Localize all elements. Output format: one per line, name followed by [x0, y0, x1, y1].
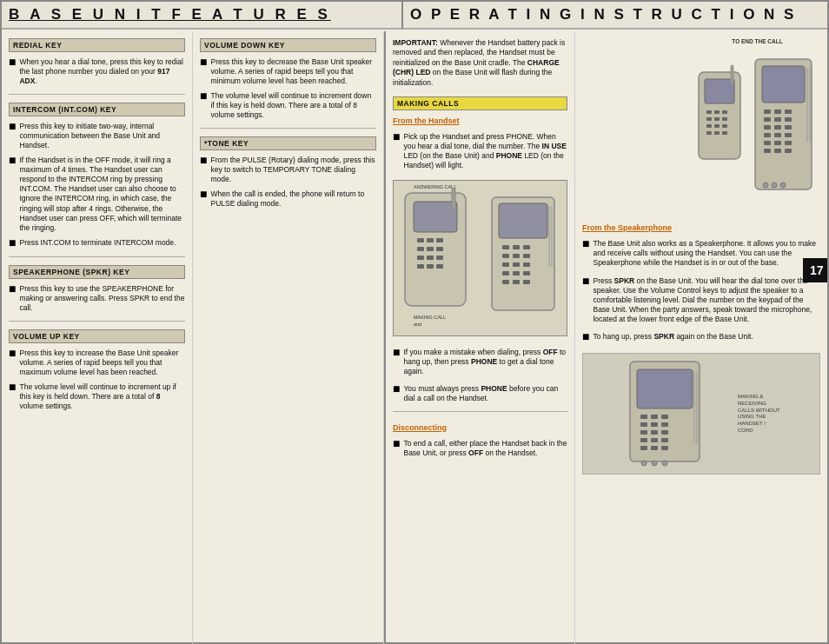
- svg-rect-47: [714, 124, 720, 128]
- svg-rect-33: [513, 280, 520, 284]
- spkr-bullet: ■ Press SPKR on the Base Unit. You will …: [582, 276, 820, 324]
- svg-rect-26: [502, 262, 509, 267]
- intercom-bullet-1: ■ Press this key to initiate two-way, in…: [9, 122, 185, 150]
- svg-rect-40: [706, 110, 712, 114]
- bullet-icon: ■: [582, 237, 589, 249]
- svg-rect-42: [722, 110, 727, 114]
- bullet-icon: ■: [393, 130, 400, 143]
- svg-rect-5: [417, 247, 424, 251]
- bullet-icon: ■: [393, 346, 400, 358]
- bullet-icon: ■: [200, 56, 207, 68]
- vol-up-bullet-1: ■ Press this key to increase the Base Un…: [9, 349, 185, 377]
- disconnecting-title: Disconnecting: [393, 423, 567, 432]
- bullet-icon: ■: [393, 382, 400, 395]
- spkr-text-1: Press this key to use the SPEAKERPHONE f…: [19, 284, 185, 313]
- making-calls-title: MAKING CALLS: [393, 96, 567, 110]
- svg-rect-11: [417, 264, 424, 269]
- intercom-key-title: INTERCOM (INT.COM) KEY: [9, 103, 185, 116]
- svg-rect-1: [414, 202, 457, 232]
- bullet-icon: ■: [200, 90, 207, 102]
- svg-rect-92: [640, 446, 647, 450]
- svg-rect-65: [774, 133, 781, 137]
- svg-rect-23: [502, 254, 509, 258]
- svg-rect-57: [785, 110, 792, 114]
- svg-rect-70: [764, 149, 771, 153]
- svg-text:MAKING CALL: MAKING CALL: [414, 315, 446, 320]
- svg-rect-60: [785, 117, 792, 122]
- from-speakerphone-section: From the Speakerphone ■ The Base Unit al…: [582, 220, 820, 268]
- svg-rect-7: [436, 247, 443, 251]
- from-spkr-text-1: The Base Unit also works as a Speakerpho…: [593, 239, 820, 268]
- svg-text:ANSWERING CALL: ANSWERING CALL: [414, 184, 456, 189]
- bullet-icon: ■: [9, 282, 16, 295]
- svg-rect-22: [523, 245, 530, 249]
- svg-rect-46: [706, 124, 712, 128]
- tone-key-section: *TONE KEY ■ From the PULSE (Rotary) dial…: [200, 136, 376, 209]
- bullet-icon: ■: [9, 236, 16, 249]
- svg-rect-55: [764, 110, 771, 114]
- bullet-icon: ■: [9, 56, 16, 68]
- tone-text-2: When the call is ended, the phone will r…: [210, 189, 376, 209]
- svg-rect-50: [714, 131, 720, 135]
- svg-rect-10: [436, 256, 443, 260]
- header-right: O P E R A T I N G I N S T R U C T I O N …: [410, 6, 796, 23]
- svg-rect-62: [774, 125, 781, 129]
- svg-rect-21: [513, 245, 520, 249]
- svg-rect-20: [502, 245, 509, 249]
- svg-rect-84: [651, 422, 658, 427]
- intercom-text-1: Press this key to initiate two-way, inte…: [19, 122, 185, 150]
- spkr-text: Press SPKR on the Base Unit. You will he…: [593, 276, 820, 324]
- speakerphone-key-section: SPEAKERPHONE (SPKR) KEY ■ Press this key…: [9, 265, 185, 313]
- svg-rect-83: [640, 422, 647, 427]
- svg-rect-71: [774, 149, 781, 153]
- svg-rect-39: [705, 79, 734, 103]
- svg-point-76: [772, 183, 777, 188]
- tone-text-1: From the PULSE (Rotary) dialing mode, pr…: [210, 156, 376, 184]
- page-number: 17: [803, 258, 827, 282]
- middle-column: VOLUME DOWN KEY ■ Press this key to decr…: [193, 31, 384, 644]
- intercom-key-section: INTERCOM (INT.COM) KEY ■ Press this key …: [9, 103, 185, 249]
- operating-right-column: TO END THE CALL: [575, 31, 827, 644]
- svg-rect-85: [661, 422, 668, 427]
- from-handset-text: Pick up the Handset and press PHONE. Whe…: [403, 132, 567, 170]
- intercom-bullet-2: ■ If the Handset is in the OFF mode, it …: [9, 156, 185, 232]
- svg-rect-82: [661, 415, 668, 419]
- svg-rect-52: [731, 65, 733, 84]
- svg-rect-44: [714, 117, 720, 121]
- svg-rect-54: [762, 66, 805, 103]
- redial-key-title: REDIAL KEY: [9, 38, 185, 52]
- vol-down-text-1: Press this key to decrease the Base Unit…: [210, 57, 376, 86]
- svg-rect-41: [714, 110, 720, 114]
- making-calls-diagram: MAKING CALL and ANSWERING CALL: [393, 180, 567, 336]
- svg-rect-3: [427, 238, 434, 242]
- bullet-icon: ■: [200, 188, 207, 200]
- svg-rect-31: [523, 271, 530, 276]
- from-handset-subtitle: From the Handset: [393, 116, 567, 125]
- vol-down-text-2: The volume level will continue to increm…: [210, 91, 376, 120]
- redial-key-section: REDIAL KEY ■ When you hear a dial tone, …: [9, 38, 185, 86]
- vol-up-bullet-2: ■ The volume level will continue to incr…: [9, 382, 185, 411]
- bullet-icon: ■: [393, 437, 400, 449]
- svg-point-97: [641, 461, 647, 466]
- page: B A S E U N I T F E A T U R E S O P E R …: [0, 0, 829, 644]
- must-press-bullet: ■ You must always press PHONE before you…: [393, 384, 567, 403]
- svg-rect-88: [661, 430, 668, 435]
- from-speakerphone-title: From the Speakerphone: [582, 223, 820, 232]
- tone-bullet-2: ■ When the call is ended, the phone will…: [200, 189, 376, 209]
- svg-rect-63: [785, 125, 792, 129]
- svg-rect-61: [764, 125, 771, 129]
- svg-rect-24: [513, 254, 520, 258]
- hang-up-bullet: ■ To hang up, press SPKR again on the Ba…: [582, 332, 820, 342]
- svg-point-75: [763, 183, 768, 188]
- svg-rect-64: [764, 133, 771, 137]
- must-press-text: You must always press PHONE before you c…: [403, 384, 567, 403]
- svg-rect-86: [640, 430, 647, 435]
- disconnecting-section: Disconnecting ■ To end a call, either pl…: [393, 420, 567, 458]
- svg-point-98: [652, 461, 657, 466]
- spkr-bullet-1: ■ Press this key to use the SPEAKERPHONE…: [9, 284, 185, 313]
- svg-rect-14: [452, 189, 455, 210]
- operating-making-calls-column: IMPORTANT: Whenever the Handset battery …: [384, 31, 575, 644]
- speakerphone-key-title: SPEAKERPHONE (SPKR) KEY: [9, 265, 185, 279]
- svg-rect-45: [722, 117, 727, 121]
- svg-rect-56: [774, 110, 781, 114]
